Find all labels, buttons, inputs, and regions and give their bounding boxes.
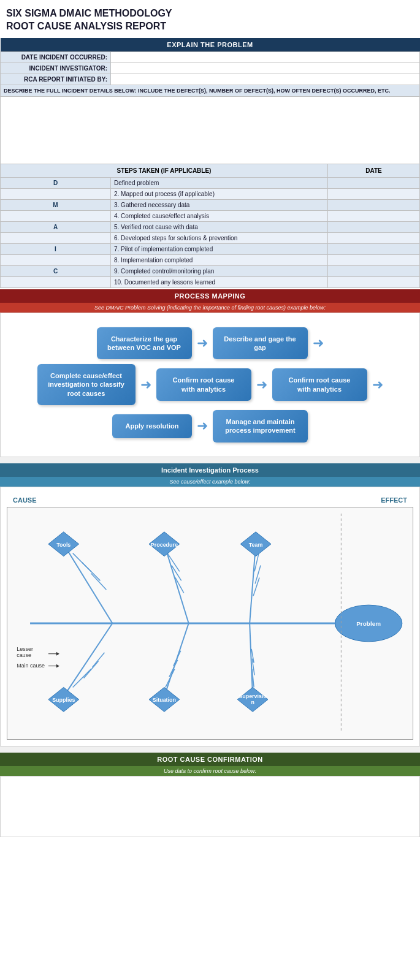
investigator-value[interactable] bbox=[111, 63, 420, 74]
flow-box-manage: Manage and maintain process improvement bbox=[213, 410, 308, 443]
fishbone-section: CAUSE EFFECT Tools bbox=[0, 487, 420, 746]
step-date-10[interactable] bbox=[328, 276, 420, 287]
describe-label: DESCRIBE THE FULL INCIDENT DETAILS BELOW… bbox=[1, 85, 420, 96]
process-mapping-sub: See DMAIC Problem Solving (indicating th… bbox=[0, 303, 420, 313]
step-text-3: 3. Gathered necessary data bbox=[111, 199, 328, 210]
step-date-5[interactable] bbox=[328, 221, 420, 232]
flow-box-complete: Complete cause/effect investigation to c… bbox=[37, 364, 136, 405]
svg-line-14 bbox=[250, 544, 256, 623]
date-incident-label: DATE INCIDENT OCCURRED: bbox=[1, 51, 111, 63]
arrow-3: ➜ bbox=[140, 377, 151, 393]
main-title-section: SIX SIGMA DMAIC METHODOLOGY ROOT CAUSE A… bbox=[0, 0, 420, 38]
step-row-4: 4. Completed cause/effect analysis bbox=[1, 210, 420, 221]
step-text-8: 8. Implementation completed bbox=[111, 254, 328, 265]
step-letter-empty-2 bbox=[1, 210, 111, 221]
svg-line-8 bbox=[164, 544, 189, 623]
svg-text:Tools: Tools bbox=[56, 541, 71, 547]
step-row-2: 2. Mapped out process (if applicable) bbox=[1, 188, 420, 199]
incident-header: Incident Investigation Process bbox=[0, 463, 420, 477]
svg-marker-48 bbox=[56, 664, 59, 667]
rcc-sub: Use data to confirm root cause below: bbox=[0, 766, 420, 776]
process-mapping-header: PROCESS MAPPING bbox=[0, 289, 420, 303]
svg-text:Team: Team bbox=[249, 541, 263, 547]
flow-box-describe: Describe and gage the gap bbox=[213, 327, 308, 360]
describe-row: DESCRIBE THE FULL INCIDENT DETAILS BELOW… bbox=[1, 85, 420, 96]
step-date-6[interactable] bbox=[328, 232, 420, 243]
step-date-4[interactable] bbox=[328, 210, 420, 221]
svg-text:n: n bbox=[251, 699, 254, 705]
step-row-5: A 5. Verified root cause with data bbox=[1, 221, 420, 232]
step-date-1[interactable] bbox=[328, 177, 420, 188]
step-letter-m: M bbox=[1, 199, 111, 210]
rca-initiated-value[interactable] bbox=[111, 74, 420, 85]
cause-effect-header: CAUSE EFFECT bbox=[7, 493, 413, 507]
step-letter-empty-4 bbox=[1, 254, 111, 265]
flow-diagram: Characterize the gap between VOC and VOP… bbox=[0, 313, 420, 457]
investigator-row: INCIDENT INVESTIGATOR: bbox=[1, 63, 420, 74]
incident-sub: See cause/effect example below: bbox=[0, 477, 420, 487]
step-letter-a: A bbox=[1, 221, 111, 232]
arrow-6: ➜ bbox=[197, 418, 208, 434]
investigator-label: INCIDENT INVESTIGATOR: bbox=[1, 63, 111, 74]
step-row-8: 8. Implementation completed bbox=[1, 254, 420, 265]
fishbone-diagram: Tools Procedure Team bbox=[7, 507, 413, 740]
svg-line-2 bbox=[64, 544, 113, 623]
step-text-10: 10. Documented any lessons learned bbox=[111, 276, 328, 287]
flow-row-1: Characterize the gap between VOC and VOP… bbox=[7, 327, 413, 360]
svg-line-29 bbox=[174, 650, 181, 666]
step-date-3[interactable] bbox=[328, 199, 420, 210]
flow-row-3: Apply resolution ➜ Manage and maintain p… bbox=[7, 410, 413, 443]
incident-investigation-section: Incident Investigation Process See cause… bbox=[0, 463, 420, 746]
svg-marker-46 bbox=[56, 651, 59, 655]
steps-taken-header: STEPS TAKEN (IF APPLICABLE) bbox=[1, 164, 328, 177]
arrow-5: ➜ bbox=[372, 377, 383, 393]
effect-label: EFFECT bbox=[381, 496, 407, 504]
svg-text:Lesser: Lesser bbox=[17, 645, 33, 651]
step-row-6: 6. Developed steps for solutions & preve… bbox=[1, 232, 420, 243]
step-letter-empty-3 bbox=[1, 232, 111, 243]
step-date-9[interactable] bbox=[328, 265, 420, 276]
step-text-7: 7. Pilot of implementation completed bbox=[111, 243, 328, 254]
arrow-2: ➜ bbox=[313, 335, 324, 351]
step-text-1: Defined problem bbox=[111, 177, 328, 188]
svg-line-27 bbox=[166, 669, 175, 687]
svg-text:Main cause: Main cause bbox=[17, 662, 45, 668]
step-letter-d: D bbox=[1, 177, 111, 188]
step-letter-c: C bbox=[1, 265, 111, 276]
date-incident-value[interactable] bbox=[111, 51, 420, 63]
step-date-8[interactable] bbox=[328, 254, 420, 265]
arrow-1: ➜ bbox=[197, 335, 208, 351]
title-line2: ROOT CAUSE ANALYSIS REPORT bbox=[6, 20, 414, 33]
svg-line-28 bbox=[169, 659, 178, 677]
incident-details-area[interactable] bbox=[1, 96, 420, 164]
svg-line-20 bbox=[64, 623, 113, 696]
cause-label: CAUSE bbox=[13, 496, 381, 504]
step-row-1: D Defined problem bbox=[1, 177, 420, 188]
flow-box-confirm-1: Confirm root cause with analytics bbox=[156, 368, 251, 401]
fishbone-svg: Tools Procedure Team bbox=[7, 507, 413, 739]
svg-text:cause: cause bbox=[17, 651, 31, 658]
step-date-2[interactable] bbox=[328, 188, 420, 199]
flow-box-confirm-2: Confirm root cause with analytics bbox=[272, 368, 367, 401]
rca-initiated-row: RCA REPORT INITIATED BY: bbox=[1, 74, 420, 85]
steps-header-row: STEPS TAKEN (IF APPLICABLE) DATE bbox=[1, 164, 420, 177]
step-text-4: 4. Completed cause/effect analysis bbox=[111, 210, 328, 221]
step-date-7[interactable] bbox=[328, 243, 420, 254]
step-letter-empty-1 bbox=[1, 188, 111, 199]
explain-problem-table: EXPLAIN THE PROBLEM DATE INCIDENT OCCURR… bbox=[0, 38, 420, 288]
root-cause-confirmation-section: ROOT CAUSE CONFIRMATION Use data to conf… bbox=[0, 753, 420, 837]
svg-text:Situation: Situation bbox=[153, 697, 176, 703]
step-letter-empty-5 bbox=[1, 276, 111, 287]
rcc-content[interactable] bbox=[0, 776, 420, 837]
date-incident-row: DATE INCIDENT OCCURRED: bbox=[1, 51, 420, 63]
step-text-2: 2. Mapped out process (if applicable) bbox=[111, 188, 328, 199]
rca-initiated-label: RCA REPORT INITIATED BY: bbox=[1, 74, 111, 85]
svg-line-5 bbox=[91, 573, 107, 590]
rcc-header: ROOT CAUSE CONFIRMATION bbox=[0, 753, 420, 766]
svg-text:Procedure: Procedure bbox=[151, 541, 178, 547]
flow-box-apply-resolution: Apply resolution bbox=[112, 414, 192, 438]
incident-details-row bbox=[1, 96, 420, 164]
step-row-3: M 3. Gathered necessary data bbox=[1, 199, 420, 210]
step-text-9: 9. Completed control/monitoring plan bbox=[111, 265, 328, 276]
step-text-6: 6. Developed steps for solutions & preve… bbox=[111, 232, 328, 243]
